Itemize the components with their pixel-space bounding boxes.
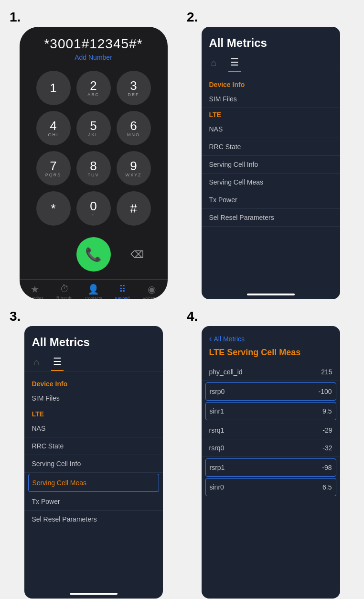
key-main-label: 7 [50, 160, 56, 172]
tab-contacts[interactable]: 👤Contacts [85, 283, 102, 299]
nav-home-button[interactable]: ⌂ [209, 54, 219, 71]
dialer-number: *3001#12345#* [44, 36, 142, 52]
key-main-label: 8 [90, 160, 96, 172]
detail-content: phy_cell_id215rsrp0-100sinr19.5rsrq1-29r… [202, 363, 340, 599]
step-number-1: 1. [10, 10, 177, 25]
menu-item-serving-cell-info[interactable]: Serving Cell Info [24, 455, 163, 473]
tab-icon-contacts: 👤 [87, 283, 99, 295]
key-main-label: * [51, 202, 55, 215]
detail-key-rsrq0: rsrq0 [209, 444, 225, 452]
step-cell-2: 2.All Metrics⌂☰Device InfoSIM FilesLTENA… [182, 5, 359, 304]
key-*[interactable]: * [36, 191, 71, 226]
delete-button[interactable]: ⌫ [130, 249, 144, 260]
step-number-2: 2. [187, 10, 354, 25]
key-sub-label: WXYZ [126, 173, 142, 177]
key-1[interactable]: 1 [36, 71, 71, 105]
key-sub-label: MNO [127, 132, 140, 137]
tab-icon-recents: ⏱ [60, 283, 69, 294]
detail-row-sinr1: sinr19.5 [205, 402, 336, 420]
menu-item-rrc-state[interactable]: RRC State [202, 138, 340, 156]
step-number-3: 3. [10, 309, 177, 324]
metrics-nav: ⌂☰ [24, 349, 163, 371]
tab-label: Favorites [26, 296, 43, 299]
metrics-header: All Metrics [24, 326, 163, 349]
menu-item-serving-cell-info[interactable]: Serving Cell Info [202, 156, 340, 174]
phone-icon: 📞 [85, 247, 102, 262]
key-main-label: 3 [130, 79, 137, 92]
detail-key-rsrp1: rsrp1 [210, 464, 225, 471]
menu-item-nas[interactable]: NAS [24, 420, 163, 437]
metrics-title: All Metrics [32, 336, 155, 349]
nav-home-button[interactable]: ⌂ [32, 354, 42, 370]
menu-item-nas[interactable]: NAS [202, 120, 340, 138]
nav-list-button[interactable]: ☰ [51, 353, 64, 371]
tab-label: Recents [56, 295, 72, 299]
phone-screen: *3001#12345#*Add Number12ABC3DEF4GHI5JKL… [20, 27, 168, 299]
detail-row-phy_cell_id: phy_cell_id215 [202, 363, 340, 381]
menu-item-sim-files[interactable]: SIM Files [24, 390, 163, 407]
menu-item-sim-files[interactable]: SIM Files [202, 90, 340, 108]
detail-row-sinr0: sinr06.5 [205, 478, 336, 496]
back-button[interactable]: All Metrics [202, 326, 340, 346]
detail-key-rsrp0: rsrp0 [210, 388, 225, 395]
detail-value-sinr1: 9.5 [322, 407, 332, 415]
key-main-label: 2 [90, 79, 96, 92]
key-main-label: # [130, 202, 137, 215]
key-sub-label: GHI [48, 132, 58, 137]
menu-item-sel-resel-parameters[interactable]: Sel Resel Parameters [202, 209, 340, 227]
key-sub-label: PQRS [45, 173, 62, 177]
detail-key-rsrq1: rsrq1 [209, 426, 225, 434]
detail-row-rsrq1: rsrq1-29 [202, 422, 340, 439]
key-main-label: 5 [90, 120, 96, 132]
metrics-screen: All Metrics⌂☰Device InfoSIM FilesLTENASR… [24, 326, 163, 599]
menu-item-rrc-state[interactable]: RRC State [24, 437, 163, 455]
tab-recents[interactable]: ⏱Recents [56, 283, 72, 299]
metrics-header: All Metrics [202, 27, 340, 50]
detail-value-sinr0: 6.5 [322, 483, 332, 491]
call-button[interactable]: 📞 [76, 237, 111, 272]
detail-key-sinr0: sinr0 [210, 483, 224, 491]
menu-item-tx-power[interactable]: Tx Power [202, 191, 340, 209]
section-header-lte: LTE [24, 407, 163, 420]
key-3[interactable]: 3DEF [117, 71, 151, 105]
step-cell-3: 3.All Metrics⌂☰Device InfoSIM FilesLTENA… [5, 304, 182, 599]
key-#[interactable]: # [117, 191, 151, 226]
detail-key-phy_cell_id: phy_cell_id [209, 368, 243, 376]
key-6[interactable]: 6MNO [117, 111, 151, 145]
tab-voicemail[interactable]: ◉Voicemail [142, 283, 161, 299]
menu-item-tx-power[interactable]: Tx Power [24, 493, 163, 511]
key-main-label: 9 [130, 160, 137, 172]
section-header-lte: LTE [202, 108, 340, 120]
tab-label: Voicemail [142, 296, 161, 299]
tab-label: Contacts [85, 296, 102, 299]
tab-favorites[interactable]: ★Favorites [26, 283, 43, 299]
detail-row-rsrp0: rsrp0-100 [205, 382, 336, 401]
metrics-content: Device InfoSIM FilesLTENASRRC StateServi… [202, 72, 340, 290]
detail-value-rsrq1: -29 [322, 426, 332, 434]
key-9[interactable]: 9WXYZ [117, 151, 151, 185]
key-0[interactable]: 0+ [76, 191, 111, 226]
key-8[interactable]: 8TUV [76, 151, 111, 185]
key-7[interactable]: 7PQRS [36, 151, 71, 185]
add-number-link[interactable]: Add Number [75, 54, 112, 61]
metrics-content: Device InfoSIM FilesLTENASRRC StateServi… [24, 371, 163, 589]
metrics-footer [202, 290, 340, 299]
nav-list-button[interactable]: ☰ [228, 54, 241, 72]
key-sub-label: ABC [87, 92, 99, 97]
key-main-label: 4 [50, 120, 56, 132]
menu-item-sel-resel-parameters[interactable]: Sel Resel Parameters [24, 511, 163, 528]
key-main-label: 1 [50, 82, 56, 94]
main-grid: 1.*3001#12345#*Add Number12ABC3DEF4GHI5J… [0, 0, 364, 599]
chevron-left-icon [209, 334, 212, 344]
menu-item-serving-cell-meas[interactable]: Serving Cell Meas [202, 174, 340, 191]
menu-item-serving-cell-meas[interactable]: Serving Cell Meas [28, 474, 159, 492]
step-number-4: 4. [187, 309, 354, 324]
section-header-device-info: Device Info [24, 377, 163, 390]
step-cell-4: 4.All MetricsLTE Serving Cell Measphy_ce… [182, 304, 359, 599]
tab-icon-favorites: ★ [31, 283, 39, 295]
key-4[interactable]: 4GHI [36, 111, 71, 145]
detail-value-rsrp0: -100 [318, 388, 332, 395]
tab-keypad[interactable]: ⠿Keypad [115, 283, 130, 299]
key-5[interactable]: 5JKL [76, 111, 111, 145]
key-2[interactable]: 2ABC [76, 71, 111, 105]
